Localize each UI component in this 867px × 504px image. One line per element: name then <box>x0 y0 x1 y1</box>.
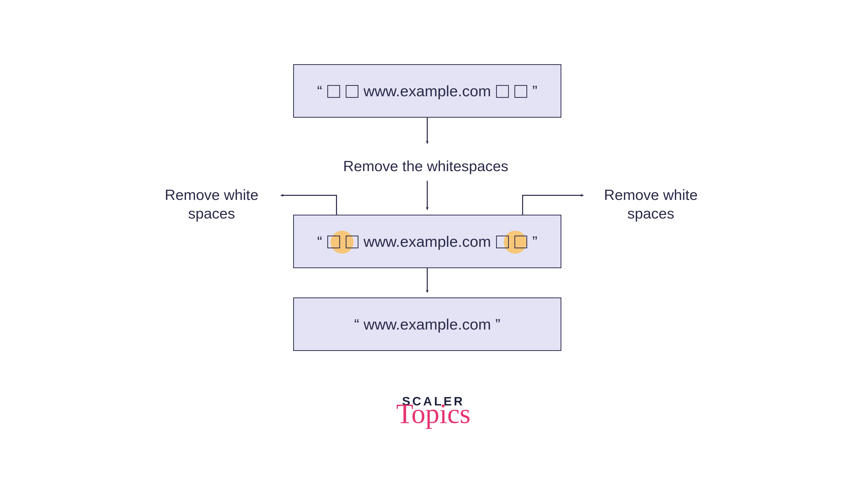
whitespace-icon <box>496 235 509 248</box>
quote-open: “ <box>317 83 322 100</box>
box-output-string: “ www.example.com ” <box>293 297 561 351</box>
quote-close: ” <box>495 316 501 333</box>
box-input-string: “ www.example.com ” <box>293 64 561 118</box>
whitespace-icon <box>327 85 340 98</box>
whitespace-icon <box>346 85 358 98</box>
url-text: www.example.com <box>364 233 491 250</box>
label-line: Remove white <box>604 186 697 203</box>
url-text: www.example.com <box>364 83 491 100</box>
logo-line2: Topics <box>393 401 474 426</box>
scaler-topics-logo: SCALER Topics <box>393 394 474 426</box>
output-string-content: “ www.example.com ” <box>354 316 500 333</box>
whitespace-icon <box>496 85 509 98</box>
diagram-canvas: “ www.example.com ” Remove the whitespac… <box>0 0 867 504</box>
arrow-left-icon <box>282 195 336 215</box>
trimming-string-content: “ www.example.com ” <box>317 233 537 250</box>
whitespace-icon <box>514 85 527 98</box>
label-step-remove-whitespaces: Remove the whitespaces <box>324 157 528 175</box>
label-remove-left: Remove white spaces <box>152 186 271 222</box>
label-remove-right: Remove white spaces <box>591 186 711 222</box>
label-line: Remove white <box>165 186 258 203</box>
whitespace-icon <box>346 235 358 248</box>
box-trimming-string: “ www.example.com ” <box>293 215 561 268</box>
quote-open: “ <box>354 316 359 333</box>
quote-close: ” <box>532 233 537 250</box>
label-line: spaces <box>627 205 674 221</box>
url-text: www.example.com <box>364 316 491 333</box>
whitespace-icon <box>327 235 340 248</box>
whitespace-icon <box>514 235 527 248</box>
input-string-content: “ www.example.com ” <box>317 82 537 100</box>
quote-close: ” <box>532 83 537 100</box>
quote-open: “ <box>317 233 322 250</box>
arrow-right-icon <box>523 195 582 215</box>
label-line: spaces <box>188 205 235 221</box>
